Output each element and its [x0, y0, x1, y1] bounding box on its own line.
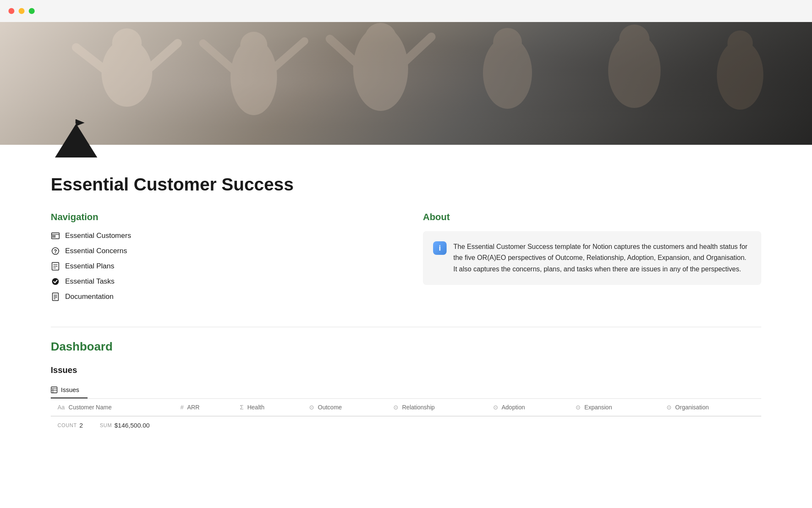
tasks-icon [51, 277, 60, 286]
sum-value: $146,500.00 [114, 422, 149, 429]
col-type-icon-expansion: ⊙ [576, 404, 581, 411]
svg-text:?: ? [54, 248, 57, 254]
nav-item-essential-concerns[interactable]: ? Essential Concerns [51, 246, 389, 256]
col-adoption[interactable]: ⊙ Adoption [486, 399, 569, 416]
svg-rect-34 [52, 293, 58, 301]
plans-icon [51, 262, 60, 271]
col-relationship[interactable]: ⊙ Relationship [387, 399, 486, 416]
svg-point-33 [52, 278, 59, 285]
logo-area [0, 119, 812, 170]
svg-point-1 [112, 28, 142, 58]
col-type-icon-text: Aa [58, 404, 65, 411]
svg-rect-25 [54, 235, 55, 236]
svg-marker-20 [76, 119, 85, 126]
col-type-icon-number: # [180, 404, 184, 411]
svg-point-11 [727, 30, 753, 56]
issues-section: Issues Issues Aa Customer Name [51, 365, 761, 434]
col-expansion[interactable]: ⊙ Expansion [569, 399, 660, 416]
col-type-icon-adoption: ⊙ [493, 404, 498, 411]
table-header-row: Aa Customer Name # ARR Σ Health ⊙ [51, 399, 761, 416]
issues-title: Issues [51, 365, 761, 375]
col-type-icon-sum: Σ [240, 404, 244, 411]
svg-point-7 [493, 28, 522, 57]
svg-rect-26 [54, 237, 55, 237]
traffic-light-red[interactable] [8, 8, 14, 14]
table-footer: COUNT 2 SUM $146,500.00 [51, 416, 761, 434]
info-icon: i [433, 241, 447, 255]
svg-rect-23 [52, 235, 54, 236]
dashboard-heading: Dashboard [51, 340, 761, 353]
svg-marker-18 [55, 124, 97, 157]
svg-rect-39 [51, 387, 57, 393]
footer-count: COUNT 2 [58, 422, 83, 429]
count-label: COUNT [58, 422, 77, 428]
svg-line-14 [203, 43, 237, 73]
nav-item-essential-tasks[interactable]: Essential Tasks [51, 277, 389, 286]
concerns-icon: ? [51, 246, 60, 256]
col-organisation[interactable]: ⊙ Organisation [660, 399, 761, 416]
dashboard-section: Dashboard Issues Issues Aa Customer Name [51, 327, 761, 434]
about-section: About i The Essential Customer Success t… [423, 212, 761, 301]
traffic-light-green[interactable] [29, 8, 35, 14]
sum-label: SUM [100, 422, 112, 428]
about-box: i The Essential Customer Success templat… [423, 231, 761, 285]
col-outcome[interactable]: ⊙ Outcome [302, 399, 387, 416]
page-title: Essential Customer Success [51, 174, 761, 195]
col-type-icon-outcome: ⊙ [309, 404, 314, 411]
nav-item-label: Essential Plans [65, 262, 114, 271]
footer-sum: SUM $146,500.00 [100, 422, 150, 429]
logo-mountain-icon [51, 119, 102, 162]
svg-point-9 [619, 25, 650, 55]
navigation-heading: Navigation [51, 212, 389, 223]
col-type-icon-relationship: ⊙ [393, 404, 398, 411]
nav-item-documentation[interactable]: Documentation [51, 292, 389, 301]
about-heading: About [423, 212, 761, 223]
col-health[interactable]: Σ Health [233, 399, 302, 416]
nav-item-essential-plans[interactable]: Essential Plans [51, 262, 389, 271]
titlebar [0, 0, 812, 22]
traffic-light-yellow[interactable] [19, 8, 25, 14]
navigation-section: Navigation Essential Customers ? Essenti… [51, 212, 389, 301]
main-content: Essential Customer Success Navigation Es… [0, 174, 812, 459]
svg-line-15 [271, 41, 304, 71]
two-col-section: Navigation Essential Customers ? Essenti… [51, 212, 761, 301]
count-value: 2 [80, 422, 83, 429]
svg-point-3 [240, 32, 267, 59]
nav-list: Essential Customers ? Essential Concerns… [51, 231, 389, 301]
customers-icon [51, 231, 60, 240]
tab-bar: Issues [51, 382, 761, 399]
tab-issues-icon [51, 387, 58, 393]
tab-issues[interactable]: Issues [51, 382, 88, 398]
svg-point-5 [365, 23, 397, 55]
col-arr[interactable]: # ARR [173, 399, 233, 416]
nav-item-essential-customers[interactable]: Essential Customers [51, 231, 389, 240]
documentation-icon [51, 292, 60, 301]
nav-item-label: Essential Customers [65, 232, 131, 240]
nav-item-label: Documentation [65, 293, 113, 301]
col-type-icon-organisation: ⊙ [667, 404, 672, 411]
col-customer-name[interactable]: Aa Customer Name [51, 399, 173, 416]
nav-item-label: Essential Concerns [65, 247, 127, 255]
issues-table: Aa Customer Name # ARR Σ Health ⊙ [51, 399, 761, 416]
about-text: The Essential Customer Success template … [453, 241, 751, 275]
tab-issues-label: Issues [61, 386, 79, 393]
svg-rect-24 [52, 237, 54, 237]
nav-item-label: Essential Tasks [65, 277, 115, 286]
